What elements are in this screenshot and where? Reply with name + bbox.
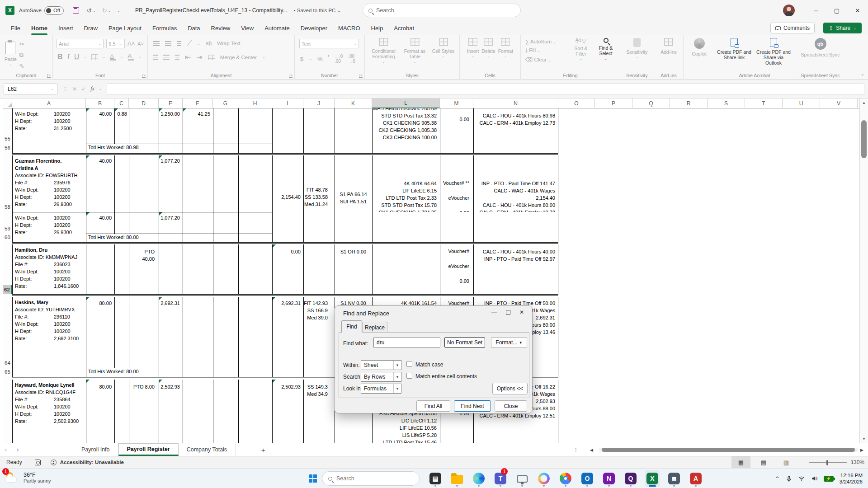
look-in-select[interactable]: Formulas▼ (361, 384, 401, 394)
cancel-entry-icon[interactable]: ✕ (72, 86, 77, 92)
search-direction-select[interactable]: By Rows▼ (361, 372, 401, 382)
comma-style-icon[interactable]: 𝄒 (328, 55, 329, 62)
menu-tab-view[interactable]: View (236, 23, 258, 34)
match-entire-checkbox[interactable] (406, 373, 412, 379)
microphone-icon[interactable] (786, 475, 792, 482)
teams-icon[interactable]: T1 (493, 470, 508, 487)
scroll-down-icon[interactable]: ▼ (860, 437, 868, 441)
cell-C[interactable]: 0.88 (115, 108, 128, 144)
row-header-62[interactable]: 62 (3, 285, 12, 294)
font-size-select[interactable]: 6.5⌄ (106, 39, 125, 48)
row-header-55[interactable]: 55 (3, 136, 12, 143)
row-header-60[interactable]: 60 (3, 235, 12, 242)
column-header-K[interactable]: K (335, 99, 372, 108)
weather-widget[interactable]: 1 36°F Partly sunny (5, 470, 51, 485)
accessibility-status[interactable]: Accessibility: Unavailable (60, 460, 124, 465)
name-box[interactable]: L62⌄ (4, 83, 58, 95)
find-select-button[interactable]: Find & Select⌄ (594, 35, 618, 73)
excel-app-icon[interactable]: X (5, 6, 14, 15)
format-painter-icon[interactable]: ✎ (19, 63, 24, 70)
cell-B[interactable]: 40.00 (86, 108, 114, 144)
number-format-select[interactable]: Text⌄ (299, 39, 359, 48)
cell-J[interactable]: FIT 142.93SS 166.9Med 39.0 (304, 297, 334, 368)
clock[interactable]: 12:16 PM 3/24/2026 (840, 472, 863, 485)
taskbar-search[interactable] (322, 471, 420, 486)
cell-I[interactable]: 2,692.31 (273, 297, 303, 368)
tab-find[interactable]: Find (341, 320, 362, 333)
menu-tab-acrobat[interactable]: Acrobat (389, 23, 419, 34)
cut-icon[interactable]: ✂ (19, 41, 24, 47)
find-what-input[interactable] (374, 339, 447, 346)
menu-tab-automate[interactable]: Automate (260, 23, 294, 34)
cell-E[interactable]: 1,077.20 (159, 155, 182, 212)
titlebar-search-input[interactable] (376, 7, 494, 14)
conditional-formatting-button[interactable]: Conditional Formatting⌄ (368, 35, 399, 73)
cell-J[interactable]: FIT 48.78SS 133.58Med 31.24 (304, 155, 334, 212)
column-header-H[interactable]: H (238, 99, 272, 108)
cell-L[interactable]: MED Health Insuranc 205.69STD STD Post T… (373, 108, 439, 144)
paste-button[interactable]: Paste⌄ (5, 39, 17, 77)
cell-N[interactable]: CALC - HOU - 401k Hours 80.98CALC - ERM … (474, 108, 558, 144)
find-what-combobox[interactable]: ▼ (373, 338, 440, 347)
column-header-A[interactable]: A (12, 99, 86, 108)
prev-sheet-icon[interactable]: ‹ (0, 443, 12, 456)
match-case-checkbox[interactable] (406, 361, 412, 367)
cell-styles-button[interactable]: Cell Styles⌄ (431, 35, 456, 73)
maximize-button[interactable]: ▢ (826, 0, 847, 21)
copy-icon[interactable]: ⧉ (19, 52, 24, 59)
borders-icon[interactable] (91, 54, 98, 60)
total-hours-cell[interactable]: Totl Hrs Worked: 80.00 (88, 235, 139, 240)
zoom-slider[interactable] (809, 462, 847, 463)
excel-icon[interactable]: X (645, 470, 660, 487)
cell-J[interactable]: SS 149.3Med 34.9 (304, 380, 334, 443)
column-header-P[interactable]: P (595, 99, 632, 108)
sensitivity-button[interactable]: Sensitivity⌄ (621, 35, 653, 73)
decrease-font-icon[interactable]: A˅ (137, 41, 144, 47)
chrome-icon[interactable] (558, 470, 573, 487)
orientation-icon[interactable]: ⟋ (187, 39, 192, 47)
collapse-ribbon-icon[interactable]: ⌄ (861, 71, 864, 76)
cell-B[interactable]: 40.00 (86, 212, 114, 234)
find-next-button[interactable]: Find Next (454, 400, 491, 412)
q-app-icon[interactable]: Q (623, 470, 638, 487)
undo-button[interactable]: ↺⌄ (87, 7, 96, 14)
speaker-icon[interactable] (811, 475, 818, 482)
titlebar-search[interactable] (363, 4, 521, 17)
page-break-view-button[interactable]: ▥ (777, 456, 796, 468)
row-header-59[interactable]: 59 (3, 226, 12, 233)
copilot-button[interactable]: Copilot (692, 35, 707, 73)
dialog-minimize-icon[interactable]: — (491, 309, 497, 315)
menu-tab-formulas[interactable]: Formulas (148, 23, 181, 34)
close-button[interactable]: ✕ (847, 0, 868, 21)
menu-tab-developer[interactable]: Developer (296, 23, 332, 34)
avatar[interactable] (783, 5, 795, 16)
macro-record-icon[interactable] (35, 460, 41, 465)
redo-button[interactable]: ↻⌄ (102, 7, 111, 14)
zoom-out-icon[interactable]: − (801, 459, 805, 465)
new-sheet-button[interactable]: + (256, 443, 270, 456)
column-header-N[interactable]: N (473, 99, 558, 108)
create-pdf-share-link-button[interactable]: Create PDF and Share link (717, 35, 751, 73)
confirm-entry-icon[interactable]: ✓ (81, 86, 86, 92)
column-header-B[interactable]: B (86, 99, 114, 108)
merge-center-button[interactable]: Merge & Center (220, 55, 257, 60)
cell-B[interactable]: 80.00 (86, 297, 114, 368)
column-header-C[interactable]: C (114, 99, 129, 108)
column-header-I[interactable]: I (272, 99, 303, 108)
percent-icon[interactable]: % (317, 56, 323, 62)
cell-M[interactable]: 0.00 (440, 108, 473, 144)
cell-A[interactable]: W-In Dept:100200H Dept:100200Rate:31.250… (13, 108, 85, 144)
align-bottom-icon[interactable] (177, 41, 181, 46)
delete-cells-button[interactable]: Delete⌄ (481, 35, 495, 73)
menu-tab-insert[interactable]: Insert (54, 23, 78, 34)
menu-tab-file[interactable]: File (6, 23, 25, 34)
clipboard-launcher-icon[interactable]: ↘ (47, 74, 51, 78)
column-header-M[interactable]: M (440, 99, 473, 108)
cell-N[interactable]: CALC - HOU - 401k Hours 40.00INP - PTO -… (474, 244, 558, 294)
device-icon[interactable] (514, 470, 530, 487)
options-button[interactable]: Options << (492, 383, 528, 394)
menu-tab-page-layout[interactable]: Page Layout (104, 23, 146, 34)
clear-button[interactable]: ⌫ Clear ⌄ (525, 56, 556, 63)
tabbar-splitter[interactable]: ⋮ (573, 443, 579, 456)
align-left-icon[interactable] (153, 55, 158, 60)
